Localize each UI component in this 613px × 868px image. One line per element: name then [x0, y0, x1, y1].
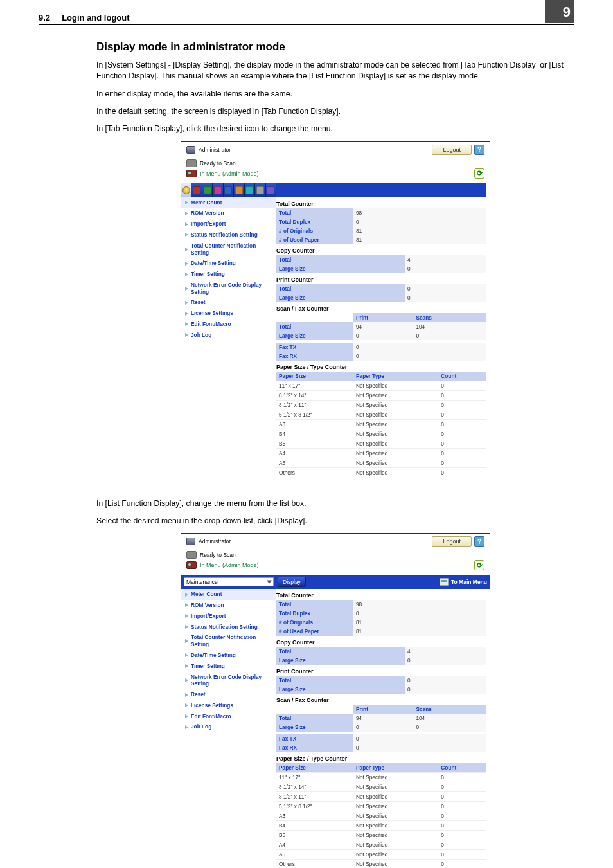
- table-cell: 0: [438, 458, 486, 467]
- display-button[interactable]: Display: [278, 577, 306, 587]
- sidebar-item[interactable]: Edit Font/Macro: [181, 711, 276, 722]
- section-header: 9.2 Login and logout 9: [39, 13, 574, 25]
- tab-icon[interactable]: [234, 183, 244, 197]
- sidebar-item[interactable]: Timer Setting: [181, 269, 276, 280]
- table-cell: Not Specified: [353, 458, 438, 467]
- logout-button[interactable]: Logout: [432, 145, 472, 155]
- table-cell: Not Specified: [353, 840, 438, 850]
- sidebar-item[interactable]: Meter Count: [181, 589, 276, 600]
- table-cell: Not Specified: [353, 792, 438, 802]
- tab-icon[interactable]: [266, 183, 276, 197]
- to-main-menu-label[interactable]: To Main Menu: [451, 579, 487, 585]
- sidebar-item[interactable]: Date/Time Setting: [181, 650, 276, 661]
- tab-icon[interactable]: [191, 183, 202, 197]
- sidebar-item[interactable]: Import/Export: [181, 611, 276, 622]
- refresh-icon[interactable]: ⟳: [474, 168, 484, 179]
- sidebar-item[interactable]: Network Error Code Display Setting: [181, 280, 276, 298]
- sidebar-item-label: ROM Version: [191, 602, 224, 609]
- table-cell: 0: [438, 821, 486, 831]
- logout-button[interactable]: Logout: [432, 536, 472, 547]
- table-key: Fax TX: [276, 734, 353, 743]
- table-cell: Not Specified: [353, 448, 438, 458]
- sidebar-item[interactable]: License Settings: [181, 700, 276, 711]
- to-main-menu-icon[interactable]: [440, 578, 449, 586]
- sidebar-item[interactable]: Status Notification Setting: [181, 622, 276, 633]
- table-cell: 0: [438, 840, 486, 850]
- chapter-badge: 9: [545, 0, 574, 23]
- table-value: 0: [413, 723, 486, 732]
- table-value: 81: [353, 627, 486, 636]
- table-value: 81: [353, 235, 486, 244]
- table-cell: B5: [276, 831, 353, 840]
- sidebar-item-label: Import/Export: [191, 613, 226, 620]
- expand-triangle-icon: [185, 301, 188, 305]
- sidebar-item[interactable]: Date/Time Setting: [181, 258, 276, 269]
- sidebar-item[interactable]: Reset: [181, 689, 276, 700]
- expand-triangle-icon: [185, 262, 188, 266]
- paragraph: In either display mode, the available it…: [96, 89, 574, 100]
- table-value: 0: [413, 331, 486, 340]
- sidebar-item[interactable]: Network Error Code Display Setting: [181, 672, 276, 690]
- sidebar-item[interactable]: ROM Version: [181, 208, 276, 219]
- table-header: Print: [353, 705, 413, 714]
- refresh-icon[interactable]: ⟳: [474, 560, 484, 570]
- table-value: 0: [353, 609, 486, 618]
- expand-triangle-icon: [185, 201, 188, 204]
- table-value: 0: [353, 331, 413, 340]
- sidebar-item[interactable]: Timer Setting: [181, 661, 276, 672]
- tab-icon[interactable]: [245, 183, 255, 197]
- table-cell: 8 1/2" x 11": [276, 400, 353, 410]
- expand-triangle-icon: [185, 312, 188, 316]
- help-button[interactable]: ?: [474, 536, 484, 547]
- sidebar-item-label: Job Log: [191, 332, 211, 339]
- expand-triangle-icon: [185, 693, 188, 697]
- tab-icon[interactable]: [181, 183, 191, 197]
- table-value: 4: [405, 255, 486, 264]
- expand-triangle-icon: [185, 222, 188, 226]
- table-value: 0: [405, 284, 486, 293]
- sidebar-item-label: Import/Export: [191, 221, 226, 228]
- table-cell: Not Specified: [353, 439, 438, 448]
- help-button[interactable]: ?: [474, 145, 484, 155]
- table-key: # of Originals: [276, 226, 353, 235]
- table-header: Paper Size: [276, 763, 353, 773]
- table-cell: 8 1/2" x 14": [276, 390, 353, 400]
- table-key: Total Duplex: [276, 217, 353, 226]
- sidebar-item-label: License Settings: [191, 310, 233, 317]
- table-cell: Not Specified: [353, 467, 438, 477]
- sidebar-item[interactable]: Reset: [181, 297, 276, 308]
- admin-icon: [186, 146, 195, 154]
- expand-triangle-icon: [185, 639, 188, 643]
- paragraph: Select the desired menu in the drop-down…: [96, 516, 574, 527]
- sidebar-item-label: Meter Count: [191, 199, 222, 206]
- table-cell: 0: [438, 850, 486, 860]
- table-key: Large Size: [276, 264, 405, 273]
- sidebar-item-label: Date/Time Setting: [191, 260, 236, 267]
- table-cell: Not Specified: [353, 860, 438, 868]
- section-title: Total Counter: [276, 589, 486, 600]
- tab-icon[interactable]: [255, 183, 265, 197]
- sidebar-item[interactable]: Status Notification Setting: [181, 230, 276, 240]
- sidebar-item-label: Total Counter Notification Setting: [191, 634, 274, 648]
- sidebar-item[interactable]: Import/Export: [181, 219, 276, 230]
- sidebar-item[interactable]: Meter Count: [181, 197, 276, 208]
- tab-icon[interactable]: [213, 183, 223, 197]
- sidebar-item[interactable]: Total Counter Notification Setting: [181, 240, 276, 258]
- sidebar-item[interactable]: License Settings: [181, 308, 276, 319]
- table-cell: Not Specified: [353, 850, 438, 860]
- sidebar-item[interactable]: Job Log: [181, 330, 276, 341]
- table-value: 0: [405, 656, 486, 665]
- sidebar-item[interactable]: Total Counter Notification Setting: [181, 632, 276, 650]
- menu-dropdown[interactable]: Maintenance: [184, 577, 274, 586]
- table-value: 104: [413, 322, 486, 331]
- table-cell: 0: [438, 429, 486, 439]
- tab-icon[interactable]: [202, 183, 213, 197]
- sidebar-item[interactable]: Edit Font/Macro: [181, 319, 276, 330]
- table-cell: A5: [276, 458, 353, 467]
- table-cell: A4: [276, 840, 353, 850]
- sidebar-item[interactable]: Job Log: [181, 721, 276, 732]
- tab-icon[interactable]: [224, 183, 234, 197]
- sidebar-item[interactable]: ROM Version: [181, 600, 276, 611]
- admin-label: Administrator: [199, 538, 231, 545]
- sidebar-item-label: Status Notification Setting: [191, 624, 258, 631]
